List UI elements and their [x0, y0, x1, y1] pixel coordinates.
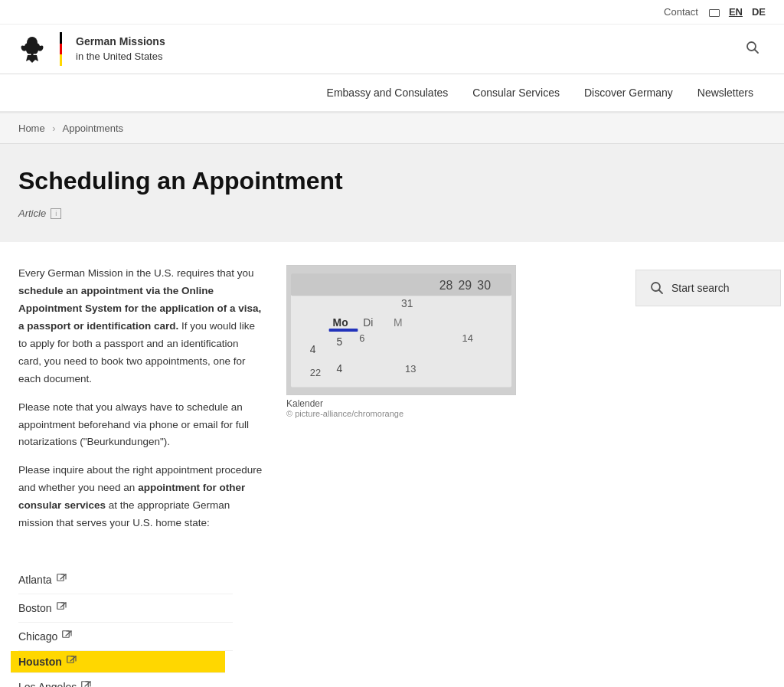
eagle-logo-icon [18, 34, 46, 64]
image-column: 28 29 30 31 Mo Di M 4 5 6 [286, 265, 766, 543]
svg-line-24 [60, 574, 66, 579]
svg-line-32 [85, 682, 90, 686]
search-side-panel: Start search [635, 270, 781, 306]
external-link-icon [81, 681, 91, 687]
svg-text:Di: Di [363, 316, 373, 329]
city-name: Chicago [18, 630, 57, 643]
city-name: Houston [18, 656, 62, 668]
svg-text:4: 4 [310, 343, 316, 355]
page-title: Scheduling an Appointment [18, 167, 766, 195]
breadcrumb: Home › Appointments [0, 113, 784, 144]
nav-consular[interactable]: Consular Services [460, 74, 572, 111]
cities-list: AtlantaBostonChicagoHoustonLos AngelesMi… [18, 566, 766, 687]
svg-text:Mo: Mo [333, 316, 348, 329]
nav-newsletters[interactable]: Newsletters [685, 74, 766, 111]
external-link-icon [57, 574, 67, 586]
svg-line-22 [659, 290, 663, 294]
breadcrumb-home[interactable]: Home [18, 123, 45, 134]
svg-text:6: 6 [359, 332, 364, 344]
city-link-atlanta[interactable]: Atlanta [18, 566, 233, 594]
search-icon [746, 41, 760, 54]
svg-line-28 [66, 631, 71, 636]
main-nav: Embassy and Consulates Consular Services… [0, 74, 784, 113]
paragraph-3: Please inquire about the right appointme… [18, 462, 263, 532]
svg-rect-13 [329, 329, 358, 332]
city-link-houston[interactable]: Houston [11, 651, 225, 673]
city-link-boston[interactable]: Boston [18, 594, 233, 623]
breadcrumb-current: Appointments [63, 123, 124, 134]
external-link-icon [57, 602, 67, 614]
city-name: Atlanta [18, 574, 52, 586]
svg-text:30: 30 [477, 279, 491, 292]
svg-text:28: 28 [439, 279, 453, 292]
top-links: Contact EN DE [664, 6, 766, 18]
svg-line-30 [70, 656, 76, 661]
breadcrumb-separator: › [52, 123, 55, 134]
article-label: Article i [18, 208, 766, 219]
header-main: German Missions in the United States [0, 25, 784, 74]
lang-en-link[interactable]: EN [729, 6, 743, 18]
cities-section: AtlantaBostonChicagoHoustonLos AngelesMi… [0, 566, 784, 687]
nav-embassy[interactable]: Embassy and Consulates [315, 74, 461, 111]
start-search-button[interactable]: Start search [671, 282, 729, 294]
side-search-icon [650, 281, 664, 295]
para1-text: Every German Mission in the U.S. require… [18, 267, 254, 279]
text-column: Every German Mission in the U.S. require… [18, 265, 263, 543]
svg-text:29: 29 [459, 279, 472, 292]
svg-text:13: 13 [405, 363, 416, 375]
svg-line-26 [60, 603, 66, 607]
external-link-icon [67, 656, 77, 668]
paragraph-1: Every German Mission in the U.S. require… [18, 265, 263, 388]
main-content-area: Every German Mission in the U.S. require… [0, 242, 784, 566]
contact-link[interactable]: Contact [664, 6, 698, 18]
logo-text: German Missions in the United States [76, 34, 165, 64]
external-link-icon [62, 630, 72, 643]
calendar-image: 28 29 30 31 Mo Di M 4 5 6 [286, 265, 516, 395]
city-link-chicago[interactable]: Chicago [18, 623, 233, 651]
logo-area: German Missions in the United States [18, 32, 165, 66]
hero-section: Scheduling an Appointment Article i [0, 144, 784, 242]
contact-envelope-icon [709, 9, 720, 17]
nav-discover[interactable]: Discover Germany [572, 74, 685, 111]
svg-text:31: 31 [401, 297, 413, 309]
header-top-bar: Contact EN DE [0, 0, 784, 25]
lang-de-link[interactable]: DE [752, 6, 766, 18]
svg-text:4: 4 [337, 362, 343, 375]
svg-line-2 [755, 49, 759, 53]
city-link-los-angeles[interactable]: Los Angeles [18, 673, 233, 687]
article-info-icon: i [51, 208, 61, 219]
city-name: Los Angeles [18, 681, 77, 687]
paragraph-2: Please note that you always have to sche… [18, 399, 263, 452]
city-name: Boston [18, 602, 52, 614]
image-credit: © picture-alliance/chromorange [286, 409, 766, 418]
svg-text:M: M [394, 316, 403, 329]
logo-flag-divider [60, 32, 62, 66]
header-search-button[interactable] [740, 38, 766, 61]
image-caption: Kalender [286, 398, 766, 409]
svg-text:5: 5 [337, 335, 343, 348]
svg-text:14: 14 [462, 332, 472, 344]
svg-text:22: 22 [310, 367, 321, 378]
calendar-svg: 28 29 30 31 Mo Di M 4 5 6 [287, 266, 515, 394]
